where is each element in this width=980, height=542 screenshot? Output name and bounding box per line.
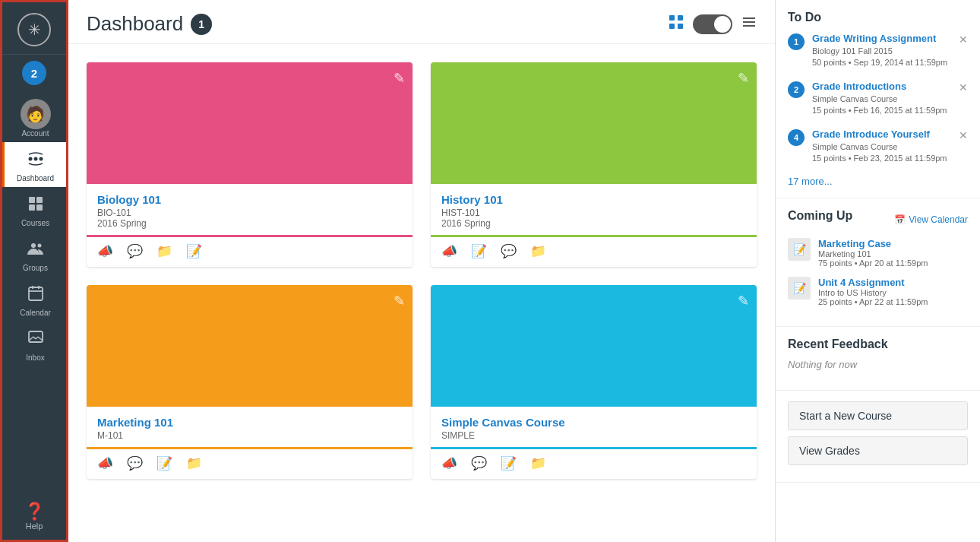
view-calendar-link[interactable]: 📅 View Calendar [894,214,968,225]
course-name-simple[interactable]: Simple Canvas Course [441,416,746,429]
course-term-bio101: 2016 Spring [97,218,402,229]
todo-num-3: 4 [788,129,805,146]
todo-item-3: 4 Grade Introduce Yourself Simple Canvas… [788,128,968,165]
todo-title: To Do [788,11,968,24]
action-buttons-section: Start a New Course View Grades [776,391,980,483]
inbox-icon [27,329,45,352]
coming-icon-1: 📝 [788,238,811,261]
sidebar-item-dashboard[interactable]: Dashboard [2,142,66,187]
card-image-bio101: ✎ [87,62,413,184]
page-title-text: Dashboard [87,12,183,36]
todo-close-3[interactable]: ✕ [959,129,968,141]
announcements-icon-simple[interactable]: 📣 [441,455,457,471]
svg-line-17 [36,337,38,339]
page-title: Dashboard 1 [87,12,212,36]
sidebar-badge[interactable]: 2 [2,55,66,91]
avatar: 🧑 [21,99,51,129]
assignments-icon-hist101[interactable]: 📝 [471,243,487,259]
assignments-icon-mkt101[interactable]: 📝 [156,455,172,471]
todo-content-1: Grade Writing Assignment Biology 101 Fal… [812,32,968,69]
todo-close-2[interactable]: ✕ [959,81,968,94]
view-toggle[interactable] [693,14,732,34]
card-image-mkt101: ✎ [87,285,413,407]
course-card-hist101[interactable]: ✎ History 101 HIST-101 2016 Spring 📣 📝 💬… [431,62,757,267]
coming-course-1: Marketing 101 75 points • Apr 20 at 11:5… [818,249,968,268]
card-footer-simple: 📣 💬 📝 📁 [431,447,757,479]
discussions-icon-mkt101[interactable]: 💬 [127,455,143,471]
assignments-icon-simple[interactable]: 📝 [501,455,517,471]
svg-line-15 [38,337,43,341]
card-footer-mkt101: 📣 💬 📝 📁 [87,447,413,479]
sidebar-item-help[interactable]: ❓ Help [2,493,66,540]
list-view-icon[interactable] [741,14,757,33]
view-grades-button[interactable]: View Grades [788,436,968,465]
files-icon-simple[interactable]: 📁 [530,455,546,471]
announcements-icon-hist101[interactable]: 📣 [441,243,457,259]
sidebar-item-groups[interactable]: Groups [2,232,66,277]
course-card-mkt101[interactable]: ✎ Marketing 101 M-101 📣 💬 📝 📁 [87,285,413,479]
todo-close-1[interactable]: ✕ [959,33,968,46]
svg-rect-4 [36,197,43,203]
sidebar-item-account[interactable]: 🧑 Account [2,91,66,142]
todo-more-link[interactable]: 17 more... [788,176,833,187]
card-body-simple: Simple Canvas Course SIMPLE [431,407,757,447]
course-name-hist101[interactable]: History 101 [441,193,746,206]
course-code-hist101: HIST-101 [441,208,746,218]
recent-feedback-section: Recent Feedback Nothing for now [776,327,980,391]
card-body-bio101: Biology 101 BIO-101 2016 Spring [87,184,413,235]
svg-rect-9 [29,287,43,300]
announcements-icon-bio101[interactable]: 📣 [97,243,113,259]
card-image-hist101: ✎ [431,62,757,184]
edit-card-mkt101[interactable]: ✎ [394,293,405,309]
svg-rect-13 [29,331,43,342]
todo-item-2: 2 Grade Introductions Simple Canvas Cour… [788,80,968,117]
files-icon-bio101[interactable]: 📁 [156,243,172,259]
coming-course-2: Intro to US History 25 points • Apr 22 a… [818,288,968,306]
header-controls [669,14,757,34]
sidebar-label-inbox: Inbox [26,353,44,362]
todo-link-3[interactable]: Grade Introduce Yourself [812,128,930,140]
discussions-icon-hist101[interactable]: 💬 [501,243,517,259]
todo-content-3: Grade Introduce Yourself Simple Canvas C… [812,128,968,165]
todo-link-2[interactable]: Grade Introductions [812,81,906,92]
edit-card-hist101[interactable]: ✎ [738,70,749,87]
edit-card-simple[interactable]: ✎ [738,293,749,309]
todo-item-1: 1 Grade Writing Assignment Biology 101 F… [788,32,968,69]
canvas-logo: ✳ [17,13,51,46]
files-icon-hist101[interactable]: 📁 [530,243,546,259]
coming-title-2[interactable]: Unit 4 Assignment [818,277,968,288]
course-name-mkt101[interactable]: Marketing 101 [97,416,402,429]
todo-course-1: Biology 101 Fall 2015 50 points • Sep 19… [812,46,968,69]
sidebar-item-inbox[interactable]: Inbox [2,322,66,366]
badge-circle: 2 [22,61,46,85]
dashboard-icon [27,150,45,173]
sidebar-label-account: Account [21,129,49,138]
sidebar-item-calendar[interactable]: Calendar [2,277,66,322]
discussions-icon-simple[interactable]: 💬 [471,455,487,471]
feedback-empty: Nothing for now [788,359,968,370]
discussions-icon-bio101[interactable]: 💬 [127,243,143,259]
svg-point-0 [28,157,32,161]
sidebar-item-courses[interactable]: Courses [2,187,66,232]
course-name-bio101[interactable]: Biology 101 [97,193,402,206]
course-card-simple[interactable]: ✎ Simple Canvas Course SIMPLE 📣 💬 📝 📁 [431,285,757,479]
dashboard-grid: ✎ Biology 101 BIO-101 2016 Spring 📣 💬 📁 … [68,44,775,542]
svg-line-14 [29,337,33,341]
coming-up-title: Coming Up [788,209,852,223]
right-panel: To Do 1 Grade Writing Assignment Biology… [775,0,980,542]
card-footer-bio101: 📣 💬 📁 📝 [87,235,413,267]
svg-rect-19 [678,15,683,21]
edit-card-bio101[interactable]: ✎ [394,70,405,87]
svg-rect-5 [29,204,35,211]
todo-link-1[interactable]: Grade Writing Assignment [812,33,936,44]
files-icon-mkt101[interactable]: 📁 [186,455,202,471]
groups-icon [27,239,45,262]
course-card-bio101[interactable]: ✎ Biology 101 BIO-101 2016 Spring 📣 💬 📁 … [87,62,413,267]
assignments-icon-bio101[interactable]: 📝 [186,243,202,259]
page-title-badge: 1 [191,14,212,35]
grid-view-icon[interactable] [669,14,684,33]
announcements-icon-mkt101[interactable]: 📣 [97,455,113,471]
coming-title-1[interactable]: Marketing Case [818,238,968,249]
main-header: Dashboard 1 [68,0,775,44]
start-new-course-button[interactable]: Start a New Course [788,401,968,430]
